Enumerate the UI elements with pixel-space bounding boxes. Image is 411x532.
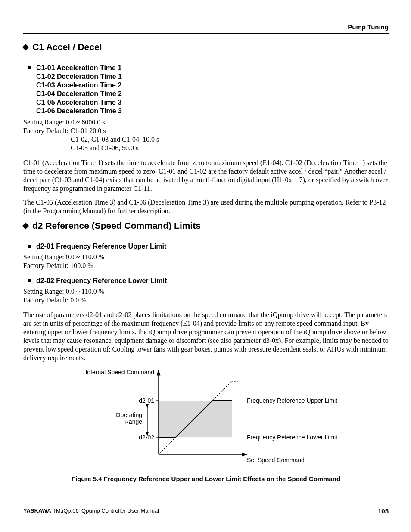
label-d2-01: d2-01 [139, 397, 154, 404]
section-title: d2 Reference (Speed Command) Limits [32, 221, 201, 230]
figure-caption: Figure 5.4 Frequency Reference Upper and… [23, 475, 389, 482]
page-footer: YASKAWA TM.iQp.06 iQpump Controller User… [23, 507, 389, 515]
d2-paragraph: The use of parameters d2-01 and d2-02 pl… [23, 311, 389, 362]
param-c1-04: C1-04 Deceleration Time 2 [36, 90, 389, 98]
param-group-c1: C1-01 Acceleration Time 1 C1-02 Decelera… [36, 64, 389, 115]
c1-default-1: Factory Default: C1-01 20.0 s [23, 127, 106, 134]
d2-02-default: Factory Default: 0.0 % [23, 296, 87, 304]
param-c1-06: C1-06 Deceleration Time 3 [36, 107, 389, 115]
param-c1-01: C1-01 Acceleration Time 1 [36, 64, 389, 72]
d2-01-default: Factory Default: 100.0 % [23, 262, 93, 269]
footer-brand: YASKAWA [23, 507, 51, 514]
c1-paragraph-2: The C1-05 (Acceleration Time 3) and C1-0… [23, 198, 389, 215]
param-c1-05: C1-05 Acceleration Time 3 [36, 98, 389, 107]
d2-02-settings: Setting Range: 0.0 ~ 110.0 % Factory Def… [23, 287, 389, 305]
subhead-d2-02: d2-02 Frequency Reference Lower Limit [36, 277, 389, 285]
diamond-bullet-icon [22, 223, 29, 230]
footer-manual: TM.iQp.06 iQpump Controller User Manual [51, 507, 159, 514]
c1-default-2: C1-02, C1-03 and C1-04, 10.0 s [23, 135, 389, 144]
d2-01-range: Setting Range: 0.0 ~ 110.0 % [23, 253, 104, 261]
section-title: C1 Accel / Decel [32, 42, 102, 52]
label-upper-limit: Frequency Reference Upper Limit [247, 397, 337, 404]
label-lower-limit: Frequency Reference Lower Limit [247, 434, 337, 441]
frequency-limit-diagram: Internal Speed Command d2-01 d2-02 Opera… [72, 368, 339, 467]
c1-default-3: C1-05 and C1-06, 50.0 s [23, 144, 389, 152]
svg-rect-2 [159, 401, 232, 437]
c1-paragraph-1: C1-01 (Acceleration Time 1) sets the tim… [23, 159, 389, 193]
diamond-bullet-icon [22, 44, 29, 51]
d2-02-range: Setting Range: 0.0 ~ 110.0 % [23, 288, 104, 295]
x-axis-label: Set Speed Command [247, 457, 305, 464]
figure-5-4: Internal Speed Command d2-01 d2-02 Opera… [23, 368, 389, 482]
page-header: Pump Tuning [23, 23, 389, 34]
label-operating-1: Operating [116, 411, 142, 418]
d2-01-settings: Setting Range: 0.0 ~ 110.0 % Factory Def… [23, 253, 389, 270]
section-heading-c1: C1 Accel / Decel [23, 42, 389, 54]
param-c1-03: C1-03 Acceleration Time 2 [36, 81, 389, 90]
section-heading-d2: d2 Reference (Speed Command) Limits [23, 221, 389, 233]
footer-left: YASKAWA TM.iQp.06 iQpump Controller User… [23, 507, 159, 515]
c1-setting-range: Setting Range: 0.0 ~ 6000.0 s [23, 118, 105, 126]
label-d2-02: d2-02 [139, 434, 154, 441]
subhead-d2-01: d2-01 Frequency Reference Upper Limit [36, 243, 389, 250]
c1-settings: Setting Range: 0.0 ~ 6000.0 s Factory De… [23, 118, 389, 152]
page-number: 105 [378, 507, 389, 515]
param-c1-02: C1-02 Deceleration Time 1 [36, 72, 389, 81]
y-axis-label: Internal Speed Command [85, 369, 154, 376]
label-operating-2: Range [125, 418, 142, 425]
